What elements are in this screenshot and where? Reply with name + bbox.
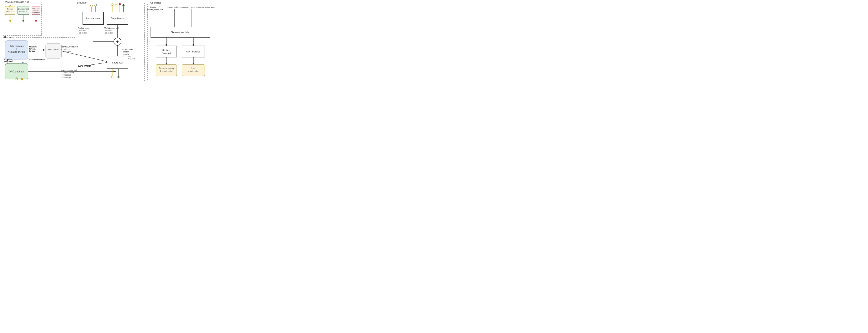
rosbag-text2: (logging) [162,52,171,54]
dist-top1 [111,3,113,6]
aero-top-dot2 [95,4,97,6]
rocket-def-text1: Rocket [7,8,13,10]
ctrl-meas-d2: - 3D torque [61,51,71,53]
dist-label: Disturbance [111,17,124,20]
simu-s-d2: - gyroscope [61,74,71,76]
rocket-def-text2: definition [6,10,14,12]
ros-t5: /simu_sensor_pub [199,6,215,8]
gnc-text: GNC package [9,70,25,73]
env-def-text1: Environment [18,8,29,10]
lv-text2: visualization [188,70,199,73]
ros-t3: /target_trajectory [167,6,182,8]
fc-text3: Actuation system [8,51,25,53]
dist-d2: - 3D torque [104,32,113,34]
yaml-label-text: YAML configuration files [5,1,29,3]
ros-t4: /kalman_rocket_state [182,6,200,8]
rocket-state-topic: /rocket_state [121,48,133,50]
env-dot-bottom [23,20,24,22]
dist-top3 [119,3,121,5]
act-cmd-label: Actuator [4,58,12,60]
sim-label: Simulator [77,1,87,4]
rosbag-text1: Rosbag [162,49,170,51]
rocket-aero-topic: /rocket_aero [78,27,89,29]
int-bot-dot2 [118,76,120,78]
env-def-text2: definition [19,10,27,12]
int-label: Integrator [112,61,123,64]
ros-t2: /control_measured [147,9,163,11]
gnc-orange-dot [21,78,23,80]
pert-text3: definition [32,11,40,14]
rs-d1: - position [122,51,129,53]
hw-label: Hardware [4,36,14,38]
fc-text1: Flight computer [9,45,25,47]
dist-topic: /disturbance_pub [104,27,119,29]
ctrl-meas-topic: /control_measured [61,46,78,48]
pert-dot-bottom [35,20,37,22]
postproc-text2: & visualization [160,70,173,73]
aero-d1: - 3D force [78,30,86,32]
simu-sensor-topic: /simu_sensor_pub [61,69,78,71]
rosbag-box [156,46,177,57]
aero-label: Aerodynamic [86,17,100,20]
simu-s-d1: - accelerometer [61,72,74,74]
rs-d2: - velocity [122,53,129,55]
dist-top2 [115,4,117,6]
rocket-dot-bottom [9,20,11,22]
tb-text1: Test bench [48,48,59,51]
measure-label: Measure [29,46,37,48]
ros-label: ROS utilities [149,1,161,4]
aero-top-dot1 [90,5,93,7]
fc-text2: + [16,48,17,50]
test-bench-box [46,44,61,58]
act-fb-label: Actuator feedback [29,59,46,61]
int-bot-dot1 [111,76,113,78]
sim-data-label: Simulations data [171,31,190,34]
ros-t1: /control_pub [150,6,160,8]
simu-s-d3: - barometer [61,76,71,78]
act-cmd-label2: command [4,60,13,62]
measure-label2: force & [29,48,36,50]
dist-top4 [122,4,125,6]
full-diagram: YAML configuration files YAML configurat… [2,2,214,84]
postproc-text1: Post-processing [159,67,174,70]
lv-text1: Live [191,67,195,70]
measure-label3: torque [29,50,35,52]
architecture-diagram: YAML configuration files YAML configurat… [2,2,214,83]
plus-symbol: + [116,39,119,44]
gui-text: GUI_interface [186,50,200,53]
dist-d1: - 3D force [104,30,112,32]
ctrl-meas-d1: - 3D force [61,48,70,50]
aero-d2: - 3D torque [78,32,87,34]
